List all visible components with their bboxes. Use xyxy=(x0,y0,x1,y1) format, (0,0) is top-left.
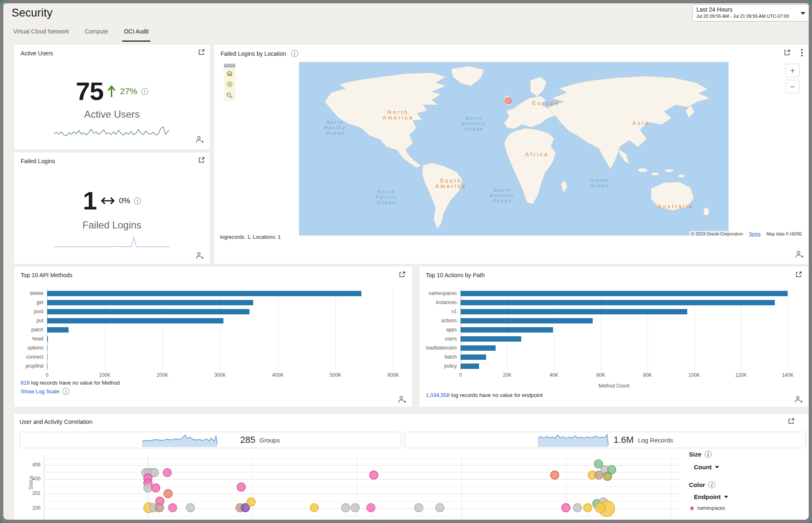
scatter-point-gray[interactable] xyxy=(351,503,360,512)
y-tick: 200 xyxy=(28,505,40,511)
bar-track xyxy=(461,309,801,314)
scatter-point-pink[interactable] xyxy=(168,503,177,512)
show-log-scale-link[interactable]: Show Log Scale xyxy=(21,388,59,395)
bar-instances[interactable] xyxy=(461,300,775,305)
gridline xyxy=(44,516,680,516)
scatter-point-yellow[interactable] xyxy=(247,497,256,506)
person-plus-icon[interactable] xyxy=(795,395,803,404)
category-label: propfind xyxy=(21,363,47,369)
scatter-point-yellow[interactable] xyxy=(595,502,605,513)
scatter-point-gray[interactable] xyxy=(435,503,444,512)
tab-compute[interactable]: Compute xyxy=(83,28,110,42)
scatter-point-gray[interactable] xyxy=(186,503,195,512)
chart-footnote: 1,034,558 log records have no value for … xyxy=(426,392,543,398)
info-icon[interactable]: i xyxy=(291,50,298,57)
bar-namespaces[interactable] xyxy=(461,291,788,296)
gridline xyxy=(44,479,680,480)
bar-track xyxy=(461,291,801,296)
card-title: Active Users xyxy=(21,50,53,57)
bar-policy[interactable] xyxy=(461,364,479,369)
bar-put[interactable] xyxy=(47,318,223,323)
chevron-down-icon xyxy=(800,12,805,15)
gridline xyxy=(44,494,680,494)
scatter-point-pink[interactable] xyxy=(366,503,375,512)
world-map[interactable]: NorthPacificOceanNorthAmericaNorthAtlant… xyxy=(299,62,729,235)
person-plus-icon[interactable] xyxy=(196,136,204,144)
x-tick: 80K xyxy=(643,372,652,378)
bar-get[interactable] xyxy=(47,300,253,305)
bar-row-batch: batch xyxy=(426,352,801,361)
trend-percent: 0% xyxy=(119,196,130,205)
record-count-link[interactable]: 1,034,558 xyxy=(426,392,450,398)
category-label: head xyxy=(21,336,47,342)
x-tick: 300K xyxy=(214,372,226,378)
scatter-point-pink[interactable] xyxy=(369,471,378,480)
map-zoom-out-button[interactable]: − xyxy=(786,80,800,93)
gridline xyxy=(671,455,671,520)
toolbar-drag-handle[interactable] xyxy=(224,64,235,67)
bar-loadbalancers[interactable] xyxy=(461,345,496,351)
bar-apps[interactable] xyxy=(461,327,553,333)
bar-row-delete: delete xyxy=(21,289,405,298)
info-icon[interactable]: i xyxy=(705,451,712,458)
person-plus-icon[interactable] xyxy=(398,395,406,404)
open-in-new-icon[interactable] xyxy=(198,157,205,164)
bar-batch[interactable] xyxy=(461,354,486,360)
tab-virtual-cloud-network[interactable]: Virtual Cloud Network xyxy=(12,28,71,42)
scatter-point-mauve[interactable] xyxy=(594,471,603,480)
scatter-point-yellow[interactable] xyxy=(583,503,592,512)
bar-track xyxy=(47,327,405,333)
info-icon[interactable]: i xyxy=(708,481,715,488)
bar-actions[interactable] xyxy=(461,318,593,323)
scatter-point-orange[interactable] xyxy=(550,471,559,480)
scatter-point-yellow[interactable] xyxy=(310,503,319,512)
person-plus-icon[interactable] xyxy=(795,250,804,259)
scatter-point-gray[interactable] xyxy=(341,503,350,512)
gridline xyxy=(252,455,253,520)
legend-item-namespaces[interactable]: namespaces xyxy=(690,505,728,511)
bar-track xyxy=(47,318,405,323)
scatter-point-orange[interactable] xyxy=(164,489,173,498)
record-count-link[interactable]: 619 xyxy=(21,380,30,386)
bar-row-loadbalancers: loadbalancers xyxy=(426,343,801,352)
gear-icon[interactable] xyxy=(224,78,235,90)
time-range-selector[interactable]: Last 24 Hours Jul 20 09:55 AM - Jul 21 0… xyxy=(692,4,809,21)
scatter-point-gray[interactable] xyxy=(573,503,582,512)
zoom-to-data-icon[interactable] xyxy=(224,90,235,101)
scatter-point-gray[interactable] xyxy=(414,503,423,512)
info-icon[interactable]: i xyxy=(62,388,69,395)
bar-post[interactable] xyxy=(47,309,249,314)
bar-options[interactable] xyxy=(47,345,47,351)
tab-oci-audit[interactable]: OCI Audit xyxy=(122,28,150,42)
bar-v1[interactable] xyxy=(461,309,687,314)
bar-delete[interactable] xyxy=(47,291,361,296)
scatter-point-pink[interactable] xyxy=(237,483,246,492)
scatter-point-mauve[interactable] xyxy=(155,503,164,512)
bar-row-policy: policy xyxy=(426,361,801,371)
scatter-point-pink[interactable] xyxy=(151,483,160,492)
bar-head[interactable] xyxy=(47,336,48,342)
map-zoom-in-button[interactable]: + xyxy=(786,64,800,77)
open-in-new-icon[interactable] xyxy=(399,271,406,278)
scatter-point-olive[interactable] xyxy=(603,472,612,481)
failed-logins-map-panel: Failed Logins by Location i xyxy=(214,44,809,264)
failed-login-marker[interactable] xyxy=(505,98,511,104)
scatter-point-pink[interactable] xyxy=(163,468,172,477)
open-in-new-icon[interactable] xyxy=(784,49,791,56)
home-icon[interactable] xyxy=(224,67,235,78)
kebab-menu-icon[interactable] xyxy=(801,49,803,57)
info-icon[interactable]: i xyxy=(141,88,148,95)
bar-row-options: options xyxy=(21,343,405,352)
open-in-new-icon[interactable] xyxy=(198,49,205,56)
scatter-point-pink[interactable] xyxy=(561,503,570,512)
terms-link[interactable]: Terms xyxy=(749,231,761,236)
color-value: Endpoint xyxy=(694,493,721,500)
bar-connect[interactable] xyxy=(47,354,47,360)
open-in-new-icon[interactable] xyxy=(795,271,802,278)
info-icon[interactable]: i xyxy=(134,197,141,204)
color-dropdown[interactable]: Endpoint xyxy=(694,493,728,500)
bar-users[interactable] xyxy=(461,336,521,342)
size-dropdown[interactable]: Count xyxy=(694,464,728,471)
person-plus-icon[interactable] xyxy=(196,252,204,260)
bar-patch[interactable] xyxy=(47,327,69,333)
